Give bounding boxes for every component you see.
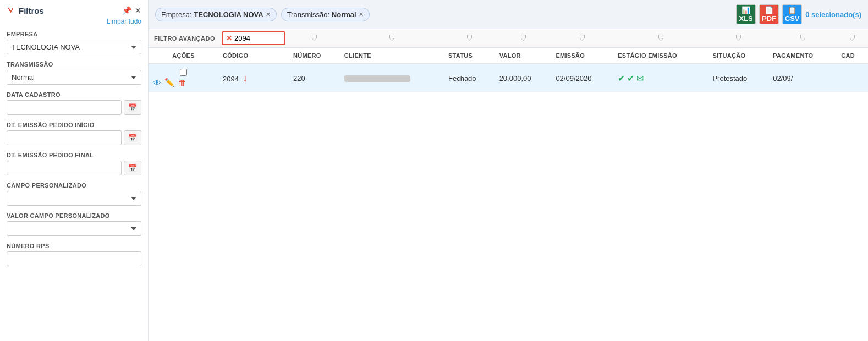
chip-transmissao-close[interactable]: ✕ [359,11,364,18]
row-checkbox-cell: 👁 ✏️ 🗑 [149,64,218,92]
export-pdf-button[interactable]: 📄 PDF [759,4,779,24]
table-wrapper: FILTRO AVANÇADO ✕ 2094 ⛉ ⛉ ⛉ ⛉ ⛉ ⛉ ⛉ ⛉ ⛉ [149,29,868,341]
row-cad [837,64,868,92]
filter-emissao-cell[interactable]: ⛉ [551,29,613,48]
dt-emissao-final-input-group: 📅 [7,161,141,175]
row-numero: 220 [289,64,340,92]
filter-codigo-clear[interactable]: ✕ [226,34,232,42]
dt-emissao-inicio-input-group: 📅 [7,130,141,145]
transmissao-label: TRANSMISSÃO [7,61,141,68]
edit-icon[interactable]: ✏️ [164,78,175,87]
xls-icon: 📊 [741,6,750,14]
dt-emissao-final-input[interactable] [7,161,122,175]
empresa-select[interactable]: TECNOLOGIA NOVA [7,40,141,54]
data-cadastro-group: DATA CADASTRO 📅 [7,91,141,115]
filter-icon: ⛛ [7,6,15,15]
col-cad: CAD [837,48,868,64]
sidebar: ⛛ Filtros 📌 ✕ Limpar tudo EMPRESA TECNOL… [0,0,149,341]
dt-emissao-final-label: DT. EMISSÃO PEDIDO FINAL [7,152,141,158]
data-cadastro-input-group: 📅 [7,100,141,115]
col-emissao: EMISSÃO [551,48,613,64]
dt-emissao-inicio-input[interactable] [7,130,122,145]
action-icons: 👁 ✏️ 🗑 [153,78,214,87]
filter-row: FILTRO AVANÇADO ✕ 2094 ⛉ ⛉ ⛉ ⛉ ⛉ ⛉ ⛉ ⛉ ⛉ [149,29,868,48]
csv-icon: 📋 [788,6,796,14]
numero-rps-input[interactable] [7,251,141,266]
empresa-group: EMPRESA TECNOLOGIA NOVA [7,31,141,54]
pdf-label: PDF [762,14,776,23]
filtro-avancado-cell: FILTRO AVANÇADO [149,29,218,48]
export-xls-button[interactable]: 📊 XLS [736,4,756,24]
dt-emissao-final-group: DT. EMISSÃO PEDIDO FINAL 📅 [7,152,141,175]
view-icon[interactable]: 👁 [153,78,161,87]
row-cliente [340,64,444,92]
dt-emissao-inicio-label: DT. EMISSÃO PEDIDO INÍCIO [7,122,141,128]
red-arrow-icon: ↓ [243,73,248,84]
delete-icon[interactable]: 🗑 [178,78,186,87]
pin-icon[interactable]: 📌 [122,6,131,15]
col-pagamento: PAGAMENTO [768,48,837,64]
filter-estagio-cell[interactable]: ⛉ [613,29,708,48]
campo-personalizado-label: CAMPO PERSONALIZADO [7,182,141,189]
valor-campo-group: VALOR CAMPO PERSONALIZADO [7,212,141,236]
row-valor: 20.000,00 [495,64,552,92]
stage-mail-icon: ✉ [636,73,644,84]
empresa-label: EMPRESA [7,31,141,37]
dt-emissao-inicio-calendar-button[interactable]: 📅 [124,130,141,145]
valor-campo-select[interactable] [7,221,141,236]
header-row: AÇÕES CÓDIGO NÚMERO CLIENTE STATUS VALOR… [149,48,868,64]
row-status: Fechado [444,64,495,92]
table-row: 👁 ✏️ 🗑 2094 ↓ 220 Fechado 20.000,00 02/0… [149,64,868,92]
top-bar-right: 📊 XLS 📄 PDF 📋 CSV 0 selecionado(s) [736,4,861,24]
sidebar-header: ⛛ Filtros 📌 ✕ [7,6,141,15]
chips-container: Empresa: TECNOLOGIA NOVA ✕ Transmissão: … [155,8,370,21]
col-status: STATUS [444,48,495,64]
data-cadastro-calendar-button[interactable]: 📅 [124,100,141,115]
col-cliente: CLIENTE [340,48,444,64]
dt-emissao-final-calendar-button[interactable]: 📅 [124,161,141,175]
numero-rps-group: NÚMERO RPS [7,243,141,266]
row-codigo: 2094 ↓ [218,64,289,92]
top-bar: Empresa: TECNOLOGIA NOVA ✕ Transmissão: … [149,0,868,29]
xls-label: XLS [739,14,752,23]
selected-count: 0 selecionado(s) [805,10,861,19]
data-cadastro-input[interactable] [7,100,122,115]
row-checkbox[interactable] [180,69,187,76]
col-acoes: AÇÕES [149,48,218,64]
chip-transmissao-label: Transmissão: Normal [287,10,356,19]
row-estagio: ✔ ✔ ✉ [613,64,708,92]
chip-empresa-close[interactable]: ✕ [266,11,271,18]
row-emissao: 02/09/2020 [551,64,613,92]
filter-cad-cell[interactable]: ⛉ [837,29,868,48]
campo-personalizado-group: CAMPO PERSONALIZADO [7,182,141,206]
export-csv-button[interactable]: 📋 CSV [782,4,802,24]
filter-codigo-value: 2094 [234,34,250,42]
filter-situacao-cell[interactable]: ⛉ [708,29,768,48]
limpar-tudo-button[interactable]: Limpar tudo [7,18,141,25]
filter-pagamento-cell[interactable]: ⛉ [768,29,837,48]
row-situacao: Protestado [708,64,768,92]
filter-valor-cell[interactable]: ⛉ [495,29,552,48]
valor-campo-label: VALOR CAMPO PERSONALIZADO [7,212,141,219]
filter-status-cell[interactable]: ⛉ [444,29,495,48]
filter-codigo-box[interactable]: ✕ 2094 [222,31,285,45]
numero-rps-label: NÚMERO RPS [7,243,141,249]
chip-transmissao: Transmissão: Normal ✕ [281,8,370,21]
filter-numero-cell[interactable]: ⛉ [289,29,340,48]
col-valor: VALOR [495,48,552,64]
blurred-cliente [344,75,410,82]
main-content: Empresa: TECNOLOGIA NOVA ✕ Transmissão: … [149,0,868,341]
filtros-title: Filtros [19,6,44,15]
row-pagamento: 02/09/ [768,64,837,92]
dt-emissao-inicio-group: DT. EMISSÃO PEDIDO INÍCIO 📅 [7,122,141,145]
stage-check-2: ✔ [627,73,634,84]
csv-label: CSV [785,14,800,23]
campo-personalizado-select[interactable] [7,191,141,206]
filter-cliente-cell[interactable]: ⛉ [340,29,444,48]
close-sidebar-icon[interactable]: ✕ [135,6,141,15]
stage-icons: ✔ ✔ ✉ [618,73,704,84]
col-situacao: SITUAÇÃO [708,48,768,64]
main-table: FILTRO AVANÇADO ✕ 2094 ⛉ ⛉ ⛉ ⛉ ⛉ ⛉ ⛉ ⛉ ⛉ [149,29,868,92]
header-icons: 📌 ✕ [122,6,141,15]
transmissao-select[interactable]: Normal [7,70,141,85]
